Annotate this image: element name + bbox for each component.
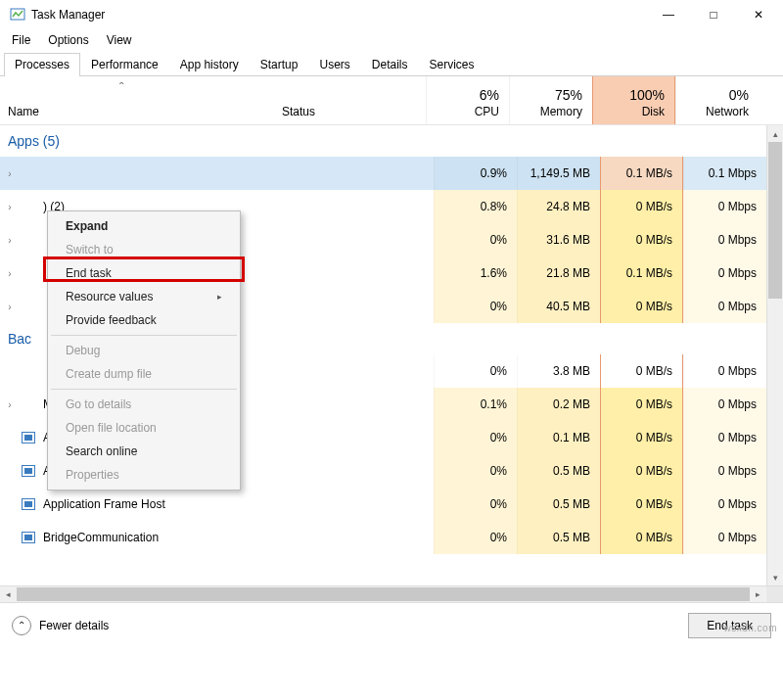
cell-disk: 0 MB/s: [600, 388, 683, 421]
tab-details[interactable]: Details: [361, 53, 419, 76]
window-title: Task Manager: [31, 8, 105, 22]
horizontal-scrollbar[interactable]: ◂ ▸: [0, 585, 783, 602]
cell-network: 0 Mbps: [683, 421, 766, 454]
cell-disk: 0 MB/s: [600, 223, 683, 257]
context-resource-values[interactable]: Resource values: [50, 285, 238, 308]
hscroll-thumb[interactable]: [17, 587, 750, 601]
table-row[interactable]: › 0.9% 1,149.5 MB 0.1 MB/s 0.1 Mbps: [0, 157, 783, 190]
context-menu: ExpandSwitch toEnd taskResource valuesPr…: [47, 210, 241, 490]
group-header-apps[interactable]: Apps (5): [0, 125, 783, 157]
tab-app-history[interactable]: App history: [169, 53, 250, 76]
scroll-left-icon[interactable]: ◂: [0, 586, 17, 602]
col-cpu[interactable]: 6%CPU: [426, 76, 509, 124]
cell-memory: 31.6 MB: [517, 223, 600, 257]
menu-options[interactable]: Options: [40, 31, 96, 49]
scroll-down-icon[interactable]: ▾: [767, 569, 783, 585]
col-name[interactable]: ⌃ Name: [0, 76, 274, 124]
close-button[interactable]: ✕: [736, 0, 781, 29]
process-icon: [20, 430, 37, 445]
minimize-button[interactable]: —: [646, 0, 691, 29]
fewer-details-button[interactable]: ⌃ Fewer details: [12, 616, 109, 635]
process-icon: [20, 199, 37, 214]
menu-file[interactable]: File: [4, 31, 38, 49]
col-network[interactable]: 0%Network: [675, 76, 759, 124]
expand-icon[interactable]: ›: [0, 168, 20, 179]
tab-startup[interactable]: Startup: [250, 53, 309, 76]
expand-icon[interactable]: ›: [0, 268, 20, 279]
expand-icon[interactable]: ›: [0, 302, 20, 312]
expand-icon[interactable]: ›: [0, 202, 20, 212]
cell-memory: 3.8 MB: [517, 354, 600, 388]
process-icon: [20, 397, 37, 412]
cell-cpu: 0.1%: [434, 388, 517, 421]
watermark: wsxdn.com: [723, 623, 777, 633]
cell-memory: 0.5 MB: [517, 488, 600, 521]
expand-icon[interactable]: ›: [0, 399, 20, 410]
titlebar[interactable]: Task Manager — □ ✕: [0, 0, 783, 29]
cell-disk: 0 MB/s: [600, 454, 683, 488]
process-icon: [20, 165, 37, 181]
scroll-right-icon[interactable]: ▸: [750, 586, 766, 602]
process-icon: [20, 299, 37, 314]
cell-memory: 1,149.5 MB: [517, 157, 600, 190]
cell-cpu: 0.9%: [434, 157, 517, 190]
context-end-task[interactable]: End task: [50, 261, 238, 285]
cell-network: 0 Mbps: [683, 454, 766, 488]
maximize-button[interactable]: □: [691, 0, 736, 29]
sort-arrow-icon: ⌃: [117, 80, 125, 91]
cell-memory: 0.1 MB: [517, 421, 600, 454]
context-expand[interactable]: Expand: [50, 214, 238, 238]
cell-network: 0 Mbps: [683, 257, 766, 290]
col-status[interactable]: Status: [274, 76, 426, 124]
footer: ⌃ Fewer details End task: [0, 602, 783, 647]
expand-icon[interactable]: ›: [0, 235, 20, 246]
cell-cpu: 0%: [434, 454, 517, 488]
process-icon: [20, 232, 37, 248]
cell-disk: 0 MB/s: [600, 521, 683, 554]
scrollbar-thumb[interactable]: [768, 142, 782, 299]
cell-network: 0 Mbps: [683, 388, 766, 421]
cell-disk: 0 MB/s: [600, 354, 683, 388]
scroll-up-icon[interactable]: ▴: [767, 125, 783, 142]
process-icon: [20, 265, 37, 281]
menubar: File Options View: [0, 29, 783, 51]
vertical-scrollbar[interactable]: ▴ ▾: [766, 125, 783, 585]
cell-memory: 0.5 MB: [517, 454, 600, 488]
tab-users[interactable]: Users: [308, 53, 360, 76]
context-search-online[interactable]: Search online: [50, 440, 238, 463]
col-memory[interactable]: 75%Memory: [509, 76, 592, 124]
tab-services[interactable]: Services: [419, 53, 485, 76]
context-provide-feedback[interactable]: Provide feedback: [50, 308, 238, 332]
cell-network: 0.1 Mbps: [683, 157, 766, 190]
cell-cpu: 0%: [434, 223, 517, 257]
menu-view[interactable]: View: [99, 31, 140, 49]
cell-memory: 0.5 MB: [517, 521, 600, 554]
process-icon: [20, 496, 37, 512]
col-disk[interactable]: 100%Disk: [592, 76, 675, 124]
table-row[interactable]: BridgeCommunication 0% 0.5 MB 0 MB/s 0 M…: [0, 521, 783, 554]
context-create-dump-file: Create dump file: [50, 362, 238, 386]
cell-disk: 0 MB/s: [600, 488, 683, 521]
cell-memory: 0.2 MB: [517, 388, 600, 421]
tab-performance[interactable]: Performance: [80, 53, 169, 76]
cell-memory: 24.8 MB: [517, 190, 600, 223]
cell-network: 0 Mbps: [683, 354, 766, 388]
process-icon: [20, 530, 37, 545]
cell-network: 0 Mbps: [683, 190, 766, 223]
cell-cpu: 0.8%: [434, 190, 517, 223]
cell-network: 0 Mbps: [683, 223, 766, 257]
tabbar: Processes Performance App history Startu…: [0, 51, 783, 76]
cell-memory: 40.5 MB: [517, 290, 600, 323]
table-row[interactable]: Application Frame Host 0% 0.5 MB 0 MB/s …: [0, 488, 783, 521]
cell-network: 0 Mbps: [683, 488, 766, 521]
cell-cpu: 0%: [434, 290, 517, 323]
cell-disk: 0 MB/s: [600, 190, 683, 223]
chevron-up-icon: ⌃: [12, 616, 31, 635]
process-name: BridgeCommunication: [43, 531, 159, 544]
tab-processes[interactable]: Processes: [4, 53, 80, 76]
context-properties: Properties: [50, 463, 238, 487]
cell-network: 0 Mbps: [683, 521, 766, 554]
context-separator: [51, 389, 237, 390]
cell-disk: 0 MB/s: [600, 421, 683, 454]
cell-disk: 0 MB/s: [600, 290, 683, 323]
